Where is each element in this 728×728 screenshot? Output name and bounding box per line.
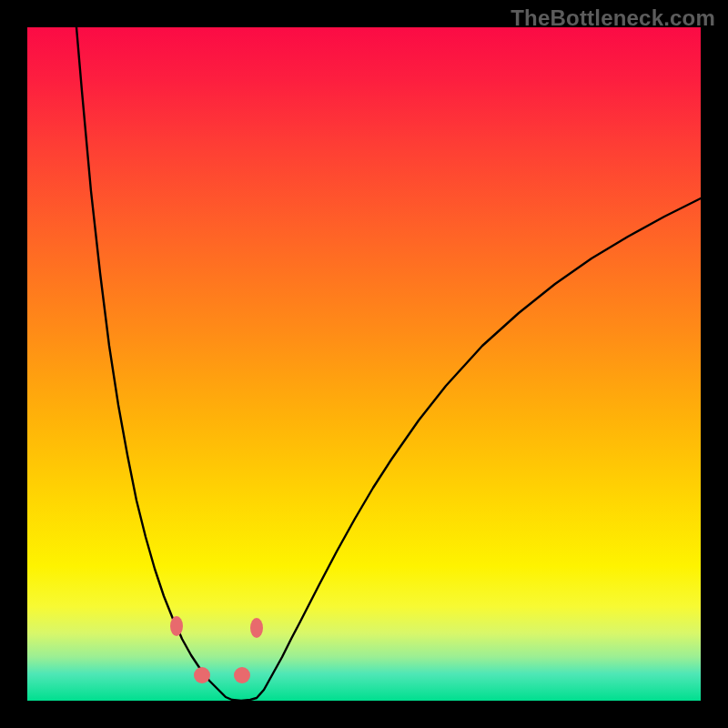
plot-area [27, 27, 701, 701]
curve-markers [170, 616, 263, 683]
curve-svg [27, 27, 701, 701]
curve-marker [234, 667, 250, 683]
chart-frame: TheBottleneck.com [0, 0, 728, 728]
watermark-text: TheBottleneck.com [511, 5, 715, 31]
bottleneck-curve [76, 27, 701, 701]
curve-marker [194, 667, 210, 683]
curve-marker [170, 616, 183, 636]
curve-marker [250, 618, 263, 638]
